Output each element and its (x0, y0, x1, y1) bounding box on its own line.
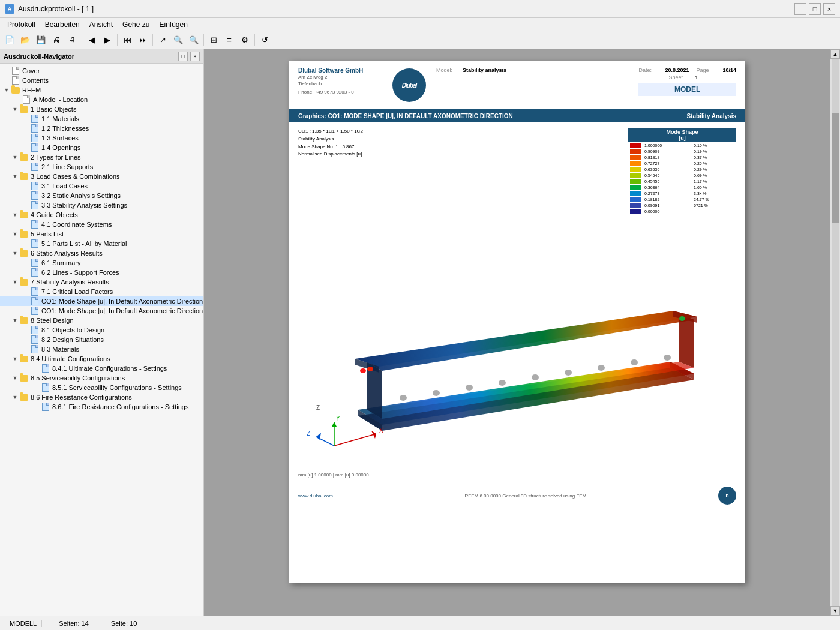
tree-label: 3.1 Load Cases (41, 182, 88, 190)
tree-item-rfem[interactable]: ▼ RFEM (0, 85, 203, 95)
tree-item-8-6[interactable]: ▼ 8.6 Fire Resistance Configurations (0, 392, 203, 402)
tree-item-2-1[interactable]: 2.1 Line Supports (0, 162, 203, 172)
tree-toggle-static[interactable]: ▼ (11, 249, 19, 257)
tree-item-types[interactable]: ▼ 2 Types for Lines (0, 152, 203, 162)
scrollbar-thumb[interactable] (832, 113, 839, 223)
tree-toggle-types[interactable]: ▼ (11, 153, 19, 161)
tree-item-8-4[interactable]: ▼ 8.4 Ultimate Configurations (0, 354, 203, 364)
menu-protokoll[interactable]: Protokoll (2, 19, 40, 30)
svg-text:Z: Z (316, 404, 320, 411)
tree-item-static[interactable]: ▼ 6 Static Analysis Results (0, 248, 203, 258)
menu-einfuegen[interactable]: Einfügen (154, 19, 192, 30)
tb-settings-button[interactable]: ⚙ (238, 33, 252, 47)
panel-restore-button[interactable]: □ (178, 52, 188, 61)
tb-save-button[interactable]: 💾 (34, 33, 48, 47)
tb-next-button[interactable]: ▶ (100, 33, 115, 47)
legend-row: 0.00000 (628, 208, 736, 214)
tree-item-cover[interactable]: Cover (0, 66, 203, 76)
tree-item-8-6-1[interactable]: 8.6.1 Fire Resistance Configurations - S… (0, 402, 203, 412)
tree-item-3-1[interactable]: 3.1 Load Cases (0, 181, 203, 191)
titlebar-left: A Ausdruckprotokoll - [ 1 ] (5, 4, 94, 14)
tree-item-6-2[interactable]: 6.2 Lines - Support Forces (0, 268, 203, 277)
tree-label: 8.5 Serviceability Configurations (31, 374, 125, 382)
close-button[interactable]: × (823, 3, 835, 15)
tree-item-steel[interactable]: ▼ 8 Steel Design (0, 316, 203, 325)
scrollbar-track[interactable] (832, 59, 839, 606)
menu-gehe-zu[interactable]: Gehe zu (118, 19, 154, 30)
tree-item-loadcases[interactable]: ▼ 3 Load Cases & Combinations (0, 172, 203, 181)
content-area[interactable]: Dlubal Software GmbH Am Zellweg 2 Tiefen… (204, 49, 830, 616)
tree-item-1-2[interactable]: 1.2 Thicknesses (0, 124, 203, 133)
tree-item-basic[interactable]: ▼ 1 Basic Objects (0, 104, 203, 114)
tree-toggle-rfem[interactable]: ▼ (2, 86, 11, 94)
legend-val: 0.18182 (643, 196, 692, 202)
tree-item-parts[interactable]: ▼ 5 Parts List (0, 229, 203, 239)
tree-item-8-4-1[interactable]: 8.4.1 Ultimate Configurations - Settings (0, 364, 203, 373)
tb-first-button[interactable]: ⏮ (120, 33, 134, 47)
tb-open-button[interactable]: 📂 (18, 33, 32, 47)
tree-item-1-3[interactable]: 1.3 Surfaces (0, 133, 203, 143)
tree-item-3-2[interactable]: 3.2 Static Analysis Settings (0, 191, 203, 200)
tree-item-5-1[interactable]: 5.1 Parts List - All by Material (0, 239, 203, 248)
page-value: 10/14 (722, 67, 736, 73)
legend-title-text: Mode Shape (666, 129, 698, 135)
tree-item-guide[interactable]: ▼ 4 Guide Objects (0, 210, 203, 220)
tb-new-button[interactable]: 📄 (2, 33, 17, 47)
titlebar-controls[interactable]: — □ × (794, 3, 835, 15)
tree-toggle-8-6[interactable]: ▼ (11, 393, 19, 401)
tree-item-a-model[interactable]: A Model - Location (0, 95, 203, 104)
tree-item-8-2[interactable]: 8.2 Design Situations (0, 335, 203, 344)
panel-close-button[interactable]: × (190, 52, 200, 61)
tb-last-button[interactable]: ⏭ (136, 33, 150, 47)
tb-prev-button[interactable]: ◀ (85, 33, 99, 47)
tree-item-7-3[interactable]: CO1: Mode Shape |u|, In Default Axonomet… (0, 306, 203, 316)
page-icon (30, 297, 40, 305)
legend-val: 0.45455 (643, 178, 692, 184)
tree-toggle-loadcases[interactable]: ▼ (11, 172, 19, 181)
app-icon: A (5, 4, 14, 14)
tree-item-3-3[interactable]: 3.3 Stability Analysis Settings (0, 200, 203, 210)
tree-toggle-8-4[interactable]: ▼ (11, 355, 19, 363)
tree-item-1-1[interactable]: 1.1 Materials (0, 114, 203, 124)
legend-row: 0.81818 0.37 % (628, 154, 736, 160)
menu-bearbeiten[interactable]: Bearbeiten (40, 19, 85, 30)
tree-item-8-1[interactable]: 8.1 Objects to Design (0, 325, 203, 335)
tree-item-6-1[interactable]: 6.1 Summary (0, 258, 203, 268)
right-scrollbar[interactable]: ▲ ▼ (830, 49, 840, 616)
tree-item-stability[interactable]: ▼ 7 Stability Analysis Results (0, 277, 203, 287)
tb-print-button[interactable]: 🖨 (49, 33, 64, 47)
tree-toggle-parts[interactable]: ▼ (11, 230, 19, 238)
tree-toggle-steel[interactable]: ▼ (11, 316, 19, 325)
tree-label: 8 Steel Design (31, 317, 74, 324)
tb-export-button[interactable]: ↗ (155, 33, 170, 47)
tb-print2-button[interactable]: 🖨 (65, 33, 79, 47)
scroll-down-button[interactable]: ▼ (830, 606, 840, 616)
folder-icon (19, 374, 29, 382)
tree-item-1-4[interactable]: 1.4 Openings (0, 143, 203, 152)
tree-item-contents[interactable]: Contents (0, 76, 203, 85)
menu-ansicht[interactable]: Ansicht (85, 19, 118, 30)
page-icon (30, 268, 40, 277)
tb-options-button[interactable]: ≡ (222, 33, 236, 47)
tb-zoom-in-button[interactable]: 🔍 (171, 33, 185, 47)
panel-controls[interactable]: □ × (178, 52, 200, 61)
tree-toggle-basic[interactable]: ▼ (11, 105, 19, 113)
tree-toggle-guide[interactable]: ▼ (11, 211, 19, 219)
tb-refresh-button[interactable]: ↺ (257, 33, 272, 47)
tree-toggle-8-5[interactable]: ▼ (11, 374, 19, 382)
tree-toggle-stability[interactable]: ▼ (11, 278, 19, 286)
legend-row: 0.36364 1.60 % (628, 184, 736, 190)
scroll-up-button[interactable]: ▲ (830, 49, 840, 59)
minimize-button[interactable]: — (794, 3, 806, 15)
tree-area[interactable]: Cover Contents ▼ RFEM A Model - (0, 64, 203, 616)
tree-item-4-1[interactable]: 4.1 Coordinate Systems (0, 220, 203, 229)
tree-item-8-5-1[interactable]: 8.5.1 Serviceability Configurations - Se… (0, 383, 203, 392)
tb-zoom-out-button[interactable]: 🔍 (187, 33, 201, 47)
graphics-type: Stability Analysis (687, 113, 736, 119)
tree-item-7-2[interactable]: CO1: Mode Shape |u|, In Default Axonomet… (0, 296, 203, 306)
tree-item-8-3[interactable]: 8.3 Materials (0, 344, 203, 354)
tree-item-8-5[interactable]: ▼ 8.5 Serviceability Configurations (0, 373, 203, 383)
restore-button[interactable]: □ (809, 3, 821, 15)
tree-item-7-1[interactable]: 7.1 Critical Load Factors (0, 287, 203, 296)
tb-view-button[interactable]: ⊞ (206, 33, 221, 47)
